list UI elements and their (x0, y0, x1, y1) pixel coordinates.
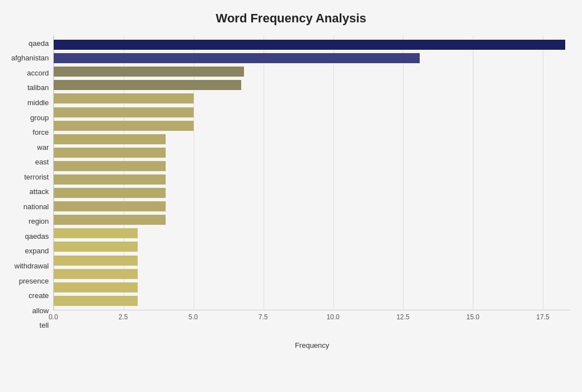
bar-row (54, 147, 571, 159)
bar-row (54, 79, 571, 91)
bar (54, 148, 166, 158)
y-label: accord (11, 65, 49, 81)
bar-row (54, 92, 571, 105)
y-label: attack (11, 184, 49, 199)
bar (54, 53, 420, 63)
y-label: group (11, 110, 49, 125)
y-label: tell (11, 318, 49, 333)
bar-row (54, 187, 571, 199)
bar-row (54, 227, 571, 239)
bar (54, 256, 138, 266)
y-label: create (11, 288, 49, 303)
bar-row (54, 65, 571, 78)
bar-row (54, 106, 571, 119)
x-tick-label: 5.0 (189, 313, 198, 321)
y-label: terrorist (11, 169, 49, 185)
bar-row (54, 173, 571, 186)
bar (54, 282, 138, 292)
bar-row (54, 214, 571, 226)
y-label: east (11, 154, 49, 169)
bar-row (54, 240, 571, 253)
x-tick-label: 2.5 (119, 313, 128, 321)
bar (54, 40, 565, 50)
bar (54, 67, 244, 77)
x-tick-label: 7.5 (259, 313, 268, 321)
bar-row (54, 52, 571, 64)
chart-area: qaedaafghanistanaccordtalibanmiddlegroup… (11, 36, 571, 350)
bar-row (54, 200, 571, 212)
bar (54, 174, 166, 185)
bar (54, 121, 194, 131)
bar (54, 161, 166, 171)
bar-row (54, 295, 571, 307)
bar-row (54, 254, 571, 267)
y-label: afghanistan (11, 51, 49, 66)
x-tick-label: 17.5 (536, 313, 549, 321)
bar-row (54, 281, 571, 294)
y-label: middle (11, 95, 49, 110)
bar-rows (54, 36, 571, 310)
bar (54, 228, 138, 238)
y-label: national (11, 199, 49, 214)
y-axis-labels: qaedaafghanistanaccordtalibanmiddlegroup… (11, 36, 53, 350)
y-label: expand (11, 244, 49, 259)
y-label: region (11, 214, 49, 229)
bars-and-axes: 0.02.55.07.510.012.515.017.5 Frequency (53, 36, 571, 350)
bar (54, 134, 166, 144)
chart-title: Word Frequency Analysis (11, 11, 571, 26)
bar-row (54, 39, 571, 51)
y-label: presence (11, 273, 49, 289)
bar-row (54, 120, 571, 132)
x-axis: 0.02.55.07.510.012.515.017.5 (53, 310, 571, 327)
y-label: allow (11, 303, 49, 318)
bars-section (53, 36, 571, 310)
bar (54, 107, 194, 117)
bar (54, 242, 138, 252)
x-tick-label: 10.0 (326, 313, 339, 321)
y-label: withdrawal (11, 258, 49, 273)
bar-row (54, 160, 571, 172)
x-axis-title: Frequency (53, 329, 571, 350)
x-tick-label: 0.0 (49, 313, 58, 321)
bar (54, 296, 138, 306)
x-tick-label: 12.5 (396, 313, 409, 321)
y-label: qaedas (11, 229, 49, 244)
bar-row (54, 268, 571, 280)
y-label: war (11, 140, 49, 155)
y-label: qaeda (11, 36, 49, 51)
y-label: force (11, 125, 49, 140)
x-tick-label: 15.0 (466, 313, 479, 321)
chart-container: Word Frequency Analysis qaedaafghanistan… (0, 0, 582, 392)
bar (54, 215, 166, 225)
bar-row (54, 133, 571, 145)
bar (54, 80, 241, 90)
bar (54, 188, 166, 198)
bar (54, 93, 194, 103)
bar (54, 201, 166, 211)
y-label: taliban (11, 81, 49, 96)
bar (54, 269, 138, 279)
